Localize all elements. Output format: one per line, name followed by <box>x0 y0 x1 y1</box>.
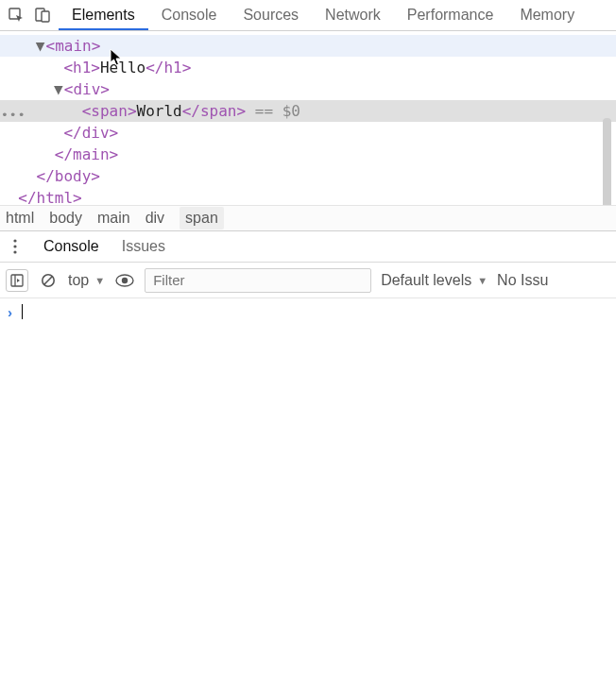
dom-node-main[interactable]: </main> <box>0 144 616 165</box>
svg-rect-2 <box>42 11 49 22</box>
console-prompt[interactable]: › <box>0 298 616 325</box>
breadcrumb-div[interactable]: div <box>145 210 164 227</box>
text-cursor <box>22 304 23 319</box>
chevron-down-icon: ▼ <box>477 275 488 286</box>
dom-node-h1[interactable]: <h1>Hello</h1> <box>0 57 616 78</box>
drawer-tabs: ConsoleIssues <box>0 231 616 263</box>
toggle-sidebar-icon[interactable] <box>6 269 28 292</box>
dom-node-body[interactable]: </body> <box>0 165 616 187</box>
kebab-menu-icon[interactable] <box>6 239 25 254</box>
execution-context-selector[interactable]: top ▼ <box>68 272 105 289</box>
console-toolbar: top ▼ Default levels ▼ No Issu <box>0 263 616 298</box>
dom-node-div[interactable]: ▼<div> <box>0 78 616 100</box>
disclosure-triangle-icon[interactable]: ▼ <box>53 78 64 100</box>
svg-line-9 <box>44 276 52 283</box>
log-levels-label: Default levels <box>381 272 471 289</box>
no-issues-label[interactable]: No Issu <box>497 272 548 289</box>
chevron-down-icon: ▼ <box>94 275 105 286</box>
dom-node-html[interactable]: </html> <box>0 187 616 205</box>
elements-breadcrumb: htmlbodymaindivspan <box>0 205 616 231</box>
drawer-tab-issues[interactable]: Issues <box>111 232 177 261</box>
tab-sources[interactable]: Sources <box>230 0 312 31</box>
svg-point-11 <box>122 277 128 282</box>
dom-node-main[interactable]: ▼<main> <box>0 35 616 57</box>
dom-node-div[interactable]: </div> <box>0 122 616 144</box>
breadcrumb-span[interactable]: span <box>180 207 224 230</box>
live-expression-icon[interactable] <box>114 270 135 291</box>
device-toolbar-icon[interactable] <box>32 5 53 26</box>
tab-performance[interactable]: Performance <box>394 0 507 31</box>
tab-memory[interactable]: Memory <box>506 0 588 31</box>
tab-network[interactable]: Network <box>312 0 394 31</box>
breadcrumb-main[interactable]: main <box>97 210 130 227</box>
tab-elements[interactable]: Elements <box>59 0 148 31</box>
svg-point-4 <box>13 245 16 247</box>
breadcrumb-body[interactable]: body <box>49 210 82 227</box>
drawer-tab-console[interactable]: Console <box>32 232 111 261</box>
disclosure-triangle-icon[interactable]: ▼ <box>35 35 46 57</box>
dom-node-span[interactable]: ••• <span>World</span> == $0 <box>0 100 616 122</box>
devtools-top-tabs: ElementsConsoleSourcesNetworkPerformance… <box>0 0 616 31</box>
svg-point-3 <box>13 239 16 242</box>
console-filter-input[interactable] <box>145 268 371 293</box>
clear-console-icon[interactable] <box>38 270 59 291</box>
inspect-element-icon[interactable] <box>6 5 26 26</box>
scrollbar-thumb[interactable] <box>603 118 611 205</box>
tab-console[interactable]: Console <box>148 0 231 31</box>
elements-dom-tree[interactable]: ▼<main> <h1>Hello</h1> ▼<div>••• <span>W… <box>0 31 616 205</box>
breadcrumb-html[interactable]: html <box>6 210 34 227</box>
log-levels-selector[interactable]: Default levels ▼ <box>381 272 488 289</box>
prompt-chevron-icon: › <box>8 304 12 320</box>
execution-context-label: top <box>68 272 89 289</box>
svg-point-5 <box>13 250 16 253</box>
